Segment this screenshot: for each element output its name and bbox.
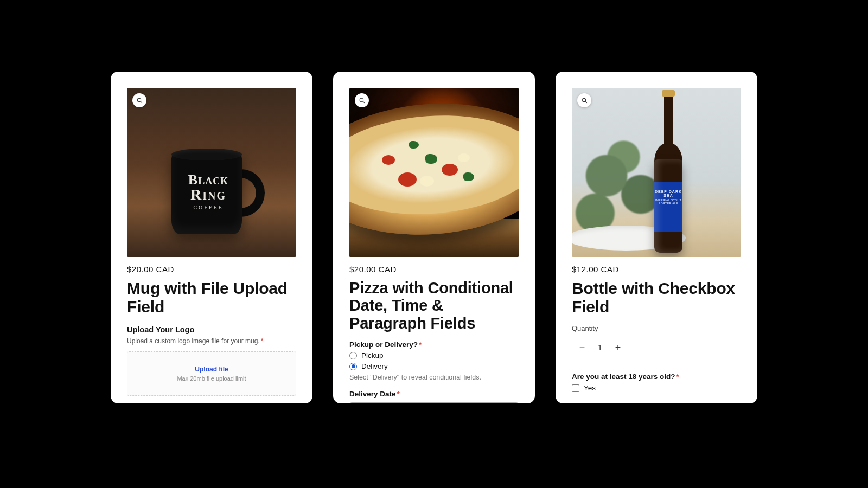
delivery-date-label: Delivery Date* (349, 390, 519, 398)
upload-limit-note: Max 20mb file upload limit (177, 375, 246, 382)
zoom-icon[interactable] (355, 93, 369, 107)
product-image-mug: Black Ring coffee (127, 88, 296, 257)
product-card-bottle: DEEP DARK SEA IMPERIAL STOUT PORTER ALE … (556, 72, 757, 403)
radio-icon[interactable] (349, 352, 357, 359)
product-card-mug: Black Ring coffee $20.00 CAD Mug with Fi… (111, 72, 312, 403)
checkbox-label: Yes (584, 384, 596, 392)
svg-line-1 (141, 101, 142, 103)
upload-file-button[interactable]: Upload file (195, 365, 228, 373)
svg-point-0 (137, 98, 141, 102)
upload-helper-text: Upload a custom logo image file for your… (127, 337, 296, 345)
product-image-pizza (349, 88, 519, 257)
product-card-pizza: $20.00 CAD Pizza with Conditional Date, … (333, 72, 535, 403)
zoom-icon[interactable] (577, 93, 591, 107)
mug-brand-text: Black Ring coffee (178, 172, 238, 210)
quantity-value: 1 (592, 343, 608, 352)
svg-line-9 (585, 101, 587, 103)
checkbox-icon[interactable] (572, 384, 579, 392)
delivery-date-input[interactable] (349, 402, 519, 403)
quantity-stepper: − 1 + (572, 337, 628, 358)
product-title: Pizza with Conditional Date, Time & Para… (349, 279, 519, 332)
radio-option-pickup[interactable]: Pickup (349, 351, 519, 359)
radio-icon[interactable] (349, 363, 357, 370)
pickup-delivery-label: Pickup or Delivery?* (349, 341, 519, 349)
radio-label: Pickup (361, 351, 384, 359)
age-checkbox-row[interactable]: Yes (572, 384, 741, 392)
conditional-hint: Select "Delivery" to reveal conditional … (349, 374, 519, 381)
svg-line-3 (363, 101, 365, 103)
upload-section-label: Upload Your Logo (127, 325, 296, 334)
age-check-label: Are you at least 18 years old?* (572, 373, 741, 381)
product-price: $12.00 CAD (572, 265, 741, 274)
quantity-increase-button[interactable]: + (608, 337, 628, 358)
product-title: Mug with File Upload Field (127, 279, 296, 316)
bottle-label-text: DEEP DARK SEA IMPERIAL STOUT PORTER ALE (654, 190, 682, 205)
product-title: Bottle with Checkbox Field (572, 279, 741, 316)
product-price: $20.00 CAD (349, 265, 519, 274)
svg-point-2 (360, 98, 363, 102)
radio-label: Delivery (361, 362, 388, 370)
radio-option-delivery[interactable]: Delivery (349, 362, 519, 370)
product-image-bottle: DEEP DARK SEA IMPERIAL STOUT PORTER ALE (572, 88, 741, 257)
zoom-icon[interactable] (132, 93, 146, 107)
stage: Black Ring coffee $20.00 CAD Mug with Fi… (0, 0, 868, 488)
svg-point-8 (582, 98, 586, 102)
quantity-label: Quantity (572, 324, 741, 332)
product-price: $20.00 CAD (127, 265, 296, 274)
quantity-decrease-button[interactable]: − (572, 337, 592, 358)
file-dropzone[interactable]: Upload file Max 20mb file upload limit (127, 351, 296, 396)
